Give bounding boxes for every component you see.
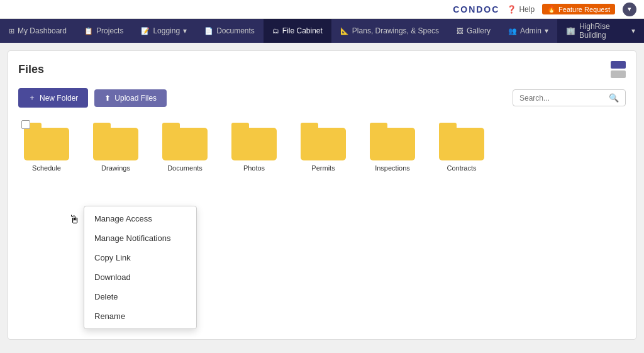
- files-header: Files: [18, 61, 626, 78]
- folder-label-permits: Permits: [311, 164, 335, 172]
- plans-icon: 📐: [340, 27, 349, 35]
- upload-icon: ⬆: [104, 94, 111, 103]
- folder-label-documents: Documents: [167, 164, 203, 172]
- folder-icon-photos: [231, 123, 277, 160]
- feature-request-button[interactable]: 🔥 Feature Request: [542, 4, 615, 14]
- context-menu-copy-link[interactable]: Copy Link: [84, 248, 196, 267]
- folder-icon-inspections: [370, 123, 415, 160]
- main-content: Files ＋ New Folder ⬆ Upload Files 🔍: [8, 50, 636, 340]
- folder-item-inspections[interactable]: Inspections: [364, 123, 421, 172]
- folder-icon-documents: [162, 123, 208, 160]
- context-menu-manage-notifications[interactable]: Manage Notifications: [84, 228, 196, 248]
- toolbar: ＋ New Folder ⬆ Upload Files 🔍: [18, 88, 626, 108]
- context-menu: Manage Access Manage Notifications Copy …: [84, 206, 197, 329]
- nav-bar: ⊞ My Dashboard 📋 Projects 📝 Logging ▾ 📄 …: [0, 19, 644, 43]
- folder-item-schedule[interactable]: Schedule: [18, 123, 75, 172]
- project-selector[interactable]: 🏢 HighRise Building ▾: [557, 19, 644, 43]
- folder-label-drawings: Drawings: [101, 164, 130, 172]
- folder-grid: Schedule Drawings Documents Photos: [18, 120, 626, 172]
- admin-icon: 👥: [508, 27, 517, 35]
- folder-item-documents[interactable]: Documents: [157, 123, 213, 172]
- gallery-icon: 🖼: [457, 27, 464, 35]
- nav-admin[interactable]: 👥 Admin ▾: [499, 19, 557, 43]
- folder-item-permits[interactable]: Permits: [295, 123, 352, 172]
- nav-gallery[interactable]: 🖼 Gallery: [448, 19, 499, 43]
- projects-icon: 📋: [84, 27, 93, 35]
- dropdown-icon: ▾: [183, 26, 187, 35]
- context-menu-manage-access[interactable]: Manage Access: [84, 209, 196, 228]
- help-link[interactable]: ❓ Help: [507, 5, 535, 14]
- logging-icon: 📝: [141, 27, 150, 35]
- folder-item-photos[interactable]: Photos: [226, 123, 282, 172]
- documents-icon: 📄: [204, 27, 213, 35]
- upload-files-button[interactable]: ⬆ Upload Files: [94, 89, 167, 107]
- folder-checkbox-schedule[interactable]: [21, 120, 30, 129]
- context-menu-download[interactable]: Download: [84, 267, 196, 287]
- folder-icon-drawings: [93, 123, 138, 160]
- folder-item-drawings[interactable]: Drawings: [87, 123, 144, 172]
- file-cabinet-icon: 🗂: [272, 27, 279, 35]
- nav-my-dashboard[interactable]: ⊞ My Dashboard: [0, 19, 75, 43]
- search-box[interactable]: 🔍: [513, 89, 626, 106]
- folder-icon-permits: [301, 123, 346, 160]
- folder-label-photos: Photos: [243, 164, 265, 172]
- list-view-button[interactable]: [611, 70, 626, 78]
- new-folder-button[interactable]: ＋ New Folder: [18, 88, 88, 108]
- folder-icon-schedule: [24, 123, 69, 160]
- nav-documents[interactable]: 📄 Documents: [196, 19, 264, 43]
- user-icon: ▾: [628, 5, 631, 13]
- user-avatar[interactable]: ▾: [623, 3, 636, 16]
- page-title: Files: [18, 63, 44, 76]
- folder-icon-contracts: [439, 123, 484, 160]
- grid-view-button[interactable]: [611, 61, 626, 69]
- search-input[interactable]: [519, 94, 605, 103]
- plus-icon: ＋: [28, 92, 36, 103]
- fire-icon: 🔥: [547, 5, 556, 13]
- mouse-cursor: 🖱: [69, 213, 80, 227]
- folder-label-schedule: Schedule: [32, 164, 61, 172]
- logo: CONDOC: [453, 4, 499, 14]
- folder-label-contracts: Contracts: [447, 164, 476, 172]
- nav-file-cabinet[interactable]: 🗂 File Cabinet: [264, 19, 331, 43]
- utility-bar: CONDOC ❓ Help 🔥 Feature Request ▾: [0, 0, 644, 19]
- folder-label-inspections: Inspections: [375, 164, 410, 172]
- dashboard-icon: ⊞: [9, 27, 14, 35]
- folder-item-contracts[interactable]: Contracts: [433, 123, 490, 172]
- nav-logging[interactable]: 📝 Logging ▾: [132, 19, 196, 43]
- admin-dropdown-icon: ▾: [545, 26, 548, 35]
- nav-projects[interactable]: 📋 Projects: [75, 19, 132, 43]
- context-menu-rename[interactable]: Rename: [84, 306, 196, 326]
- building-icon: 🏢: [566, 26, 575, 35]
- nav-plans[interactable]: 📐 Plans, Drawings, & Specs: [331, 19, 448, 43]
- search-icon: 🔍: [609, 93, 619, 103]
- view-toggle[interactable]: [611, 61, 626, 78]
- help-icon: ❓: [507, 5, 516, 14]
- context-menu-delete[interactable]: Delete: [84, 287, 196, 306]
- project-dropdown-icon: ▾: [631, 26, 635, 35]
